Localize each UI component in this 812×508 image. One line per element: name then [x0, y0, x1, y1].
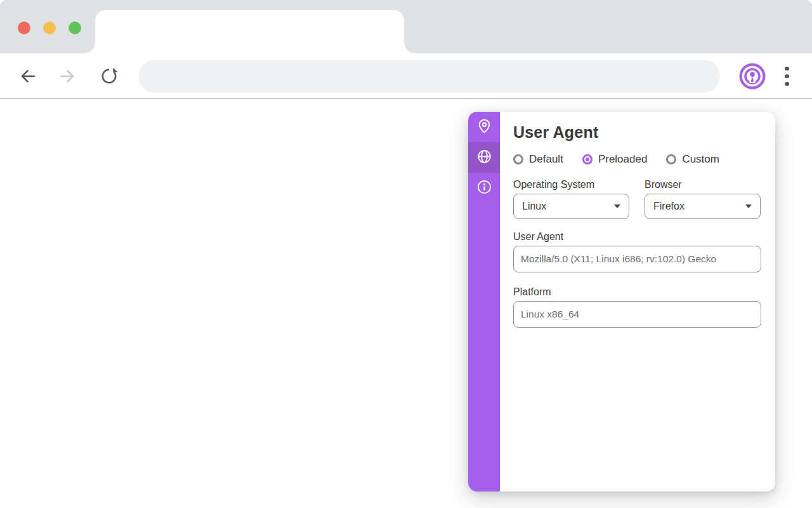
sidebar-item-user-agent[interactable] — [468, 142, 500, 173]
user-agent-extension-icon — [738, 83, 766, 92]
page-content: User Agent Default Preloaded Custom — [0, 99, 812, 507]
radio-circle — [666, 154, 676, 164]
page-title: User Agent — [513, 123, 761, 142]
radio-preloaded[interactable]: Preloaded — [582, 153, 648, 166]
reload-icon — [100, 77, 118, 87]
user-agent-input[interactable] — [513, 246, 761, 272]
platform-label: Platform — [513, 286, 761, 298]
browser-value: Firefox — [653, 201, 684, 212]
radio-default[interactable]: Default — [513, 153, 563, 166]
location-pin-icon — [476, 118, 492, 136]
tab-flare-right — [404, 43, 414, 53]
operating-system-select[interactable]: Linux — [513, 194, 629, 219]
info-icon — [476, 179, 492, 197]
forward-arrow-icon — [58, 77, 76, 87]
browser-menu-button[interactable] — [781, 67, 793, 86]
back-button[interactable] — [19, 67, 37, 85]
extension-popup: User Agent Default Preloaded Custom — [468, 112, 775, 491]
radio-custom[interactable]: Custom — [666, 153, 719, 166]
browser-window: User Agent Default Preloaded Custom — [0, 0, 812, 507]
kebab-menu-icon — [785, 67, 789, 70]
platform-input[interactable] — [513, 301, 761, 328]
zoom-window-button[interactable] — [69, 22, 81, 34]
close-window-button[interactable] — [18, 22, 30, 34]
browser-select[interactable]: Firefox — [645, 194, 761, 219]
user-agent-label: User Agent — [513, 231, 761, 243]
browser-tab[interactable] — [95, 10, 404, 53]
globe-icon — [476, 149, 492, 166]
user-agent-mode-radios: Default Preloaded Custom — [513, 153, 761, 166]
chevron-down-icon — [614, 204, 620, 208]
tab-flare-left — [85, 43, 95, 53]
tab-bar — [0, 0, 812, 53]
extension-button[interactable] — [738, 62, 766, 90]
operating-system-value: Linux — [522, 201, 546, 212]
radio-circle-selected — [582, 154, 593, 164]
radio-label: Preloaded — [598, 153, 648, 166]
browser-label: Browser — [645, 179, 761, 190]
radio-circle — [513, 154, 523, 164]
minimize-window-button[interactable] — [43, 22, 56, 34]
popup-main: User Agent Default Preloaded Custom — [500, 112, 775, 491]
operating-system-label: Operating System — [513, 179, 629, 190]
back-arrow-icon — [19, 77, 37, 87]
forward-button[interactable] — [58, 67, 76, 85]
reload-button[interactable] — [100, 67, 118, 85]
chevron-down-icon — [745, 204, 752, 208]
radio-label: Default — [529, 153, 563, 166]
radio-label: Custom — [682, 153, 719, 166]
sidebar-item-location[interactable] — [468, 112, 500, 142]
browser-toolbar — [0, 53, 812, 99]
address-bar[interactable] — [138, 60, 720, 93]
window-controls — [18, 22, 81, 34]
sidebar-item-info[interactable] — [468, 173, 500, 203]
popup-sidebar — [468, 112, 500, 491]
